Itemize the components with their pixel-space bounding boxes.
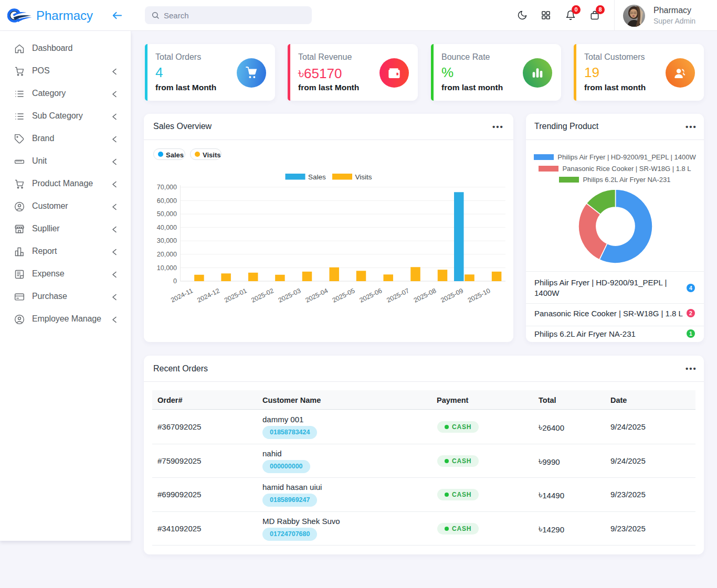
svg-text:2025-06: 2025-06 bbox=[358, 287, 383, 304]
svg-text:50,000: 50,000 bbox=[157, 210, 177, 218]
svg-text:2025-01: 2025-01 bbox=[223, 287, 248, 304]
svg-text:2024-12: 2024-12 bbox=[196, 287, 221, 304]
svg-text:2025-08: 2025-08 bbox=[413, 287, 437, 304]
svg-text:60,000: 60,000 bbox=[157, 197, 177, 205]
svg-text:20,000: 20,000 bbox=[157, 251, 177, 258]
svg-text:0: 0 bbox=[173, 277, 177, 285]
svg-text:Visits: Visits bbox=[355, 173, 372, 181]
svg-text:10,000: 10,000 bbox=[157, 264, 177, 272]
svg-text:2025-07: 2025-07 bbox=[385, 287, 410, 304]
svg-text:2025-05: 2025-05 bbox=[331, 287, 356, 304]
svg-text:2025-10: 2025-10 bbox=[467, 287, 491, 304]
svg-text:2025-04: 2025-04 bbox=[304, 287, 329, 304]
svg-text:40,000: 40,000 bbox=[157, 224, 177, 231]
svg-text:2025-09: 2025-09 bbox=[439, 287, 464, 304]
svg-text:70,000: 70,000 bbox=[157, 184, 177, 191]
svg-text:2025-02: 2025-02 bbox=[250, 287, 275, 304]
svg-text:Sales: Sales bbox=[308, 173, 326, 181]
svg-text:2025-03: 2025-03 bbox=[277, 287, 302, 304]
svg-text:2024-11: 2024-11 bbox=[170, 287, 194, 304]
svg-text:30,000: 30,000 bbox=[157, 237, 177, 244]
